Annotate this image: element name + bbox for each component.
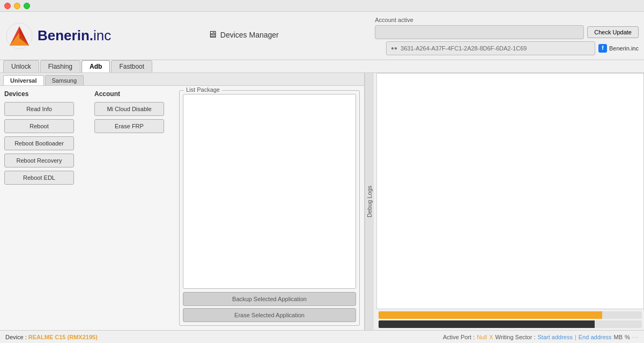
debug-logs-wrapper: Debug Logs (365, 73, 644, 309)
fb-row: ●● 3631-A264-A37F-4FC1-2A28-8D6F-6DA2-1C… (386, 41, 639, 55)
mb-label: MB (614, 334, 623, 340)
adb-content: Devices Read Info Reboot Reboot Bootload… (0, 86, 364, 330)
backup-selected-application-button[interactable]: Backup Selected Application (183, 292, 356, 306)
active-port-value: Null (477, 334, 487, 340)
progress-bar-dark-container (379, 320, 642, 328)
device-id-text: 3631-A264-A37F-4FC1-2A28-8D6F-6DA2-1C69 (401, 45, 527, 52)
status-device: Device : REALME C15 (RMX2195) (5, 334, 98, 340)
progress-bar-dark (379, 320, 595, 328)
device-name: REALME C15 (RMX2195) (28, 334, 98, 340)
device-id-box: ●● 3631-A264-A37F-4FC1-2A28-8D6F-6DA2-1C… (386, 41, 595, 55)
list-package-section: List Package Backup Selected Application… (179, 90, 360, 326)
left-panel: Universal Samsung Devices Read Info Rebo… (0, 73, 365, 330)
logo-text: Benerin.inc (38, 27, 111, 44)
start-address-link[interactable]: Start address (538, 334, 573, 340)
logo-icon (5, 22, 33, 50)
app-window: Benerin.inc 🖥 Devices Manager Account ac… (0, 12, 644, 343)
tab-unlock[interactable]: Unlock (3, 60, 39, 72)
debug-logs-label: Debug Logs (365, 73, 374, 309)
devices-title: Devices (4, 90, 90, 98)
devices-section: Devices Read Info Reboot Reboot Bootload… (4, 90, 90, 326)
progress-bar-orange (379, 311, 602, 319)
check-update-button[interactable]: Check Update (587, 26, 639, 38)
device-label: Device : (5, 334, 27, 340)
list-package-group: List Package Backup Selected Application… (179, 90, 360, 326)
list-package-title: List Package (184, 86, 222, 93)
header-center: 🖥 Devices Manager (203, 27, 283, 45)
writing-sector-label: Writing Sector : (495, 334, 536, 340)
right-panel: Debug Logs (365, 73, 644, 330)
sub-tab-bar: Universal Samsung (0, 73, 364, 86)
close-button[interactable] (4, 3, 11, 9)
account-active-label: Account active (375, 17, 413, 23)
account-section: Account Mi Cloud Disable Erase FRP (94, 90, 175, 326)
devices-manager-label: Devices Manager (220, 31, 279, 39)
reboot-edl-button[interactable]: Reboot EDL (4, 171, 74, 185)
content-area: Universal Samsung Devices Read Info Rebo… (0, 73, 644, 330)
maximize-button[interactable] (24, 3, 30, 9)
mi-cloud-disable-button[interactable]: Mi Cloud Disable (94, 102, 164, 116)
account-row: Check Update (375, 25, 639, 39)
fb-brand: f Benerin.inc (598, 44, 639, 53)
debug-logs-content[interactable] (376, 73, 644, 309)
active-port-x: X (489, 334, 493, 340)
devices-manager-button[interactable]: 🖥 Devices Manager (203, 27, 283, 42)
tab-flashing[interactable]: Flashing (40, 60, 80, 72)
header: Benerin.inc 🖥 Devices Manager Account ac… (0, 12, 644, 60)
monitor-icon: 🖥 (208, 29, 217, 40)
reboot-recovery-button[interactable]: Reboot Recovery (4, 154, 74, 167)
sub-tab-universal[interactable]: Universal (3, 75, 44, 85)
list-package-box[interactable] (183, 94, 356, 289)
percent-label: % (625, 334, 630, 340)
erase-frp-button[interactable]: Erase FRP (94, 119, 164, 133)
header-left: Benerin.inc (5, 22, 111, 50)
progress-area (376, 309, 644, 330)
pipe-separator: | (575, 334, 576, 340)
erase-selected-application-button[interactable]: Erase Selected Application (183, 308, 356, 322)
reboot-button[interactable]: Reboot (4, 119, 74, 133)
tab-adb[interactable]: Adb (82, 60, 110, 72)
title-bar (0, 0, 644, 12)
reboot-bootloader-button[interactable]: Reboot Bootloader (4, 136, 74, 150)
status-dots: ··· (632, 334, 639, 340)
account-id-box (375, 25, 584, 39)
package-actions: Backup Selected Application Erase Select… (183, 292, 356, 322)
minimize-button[interactable] (14, 3, 20, 9)
status-bar: Device : REALME C15 (RMX2195) Active Por… (0, 330, 644, 343)
read-info-button[interactable]: Read Info (4, 102, 74, 116)
status-right: Active Port : Null X Writing Sector : St… (443, 334, 639, 340)
header-right: Account active Check Update ●● 3631-A264… (375, 17, 639, 55)
tab-bar: Unlock Flashing Adb Fastboot (0, 60, 644, 73)
tab-fastboot[interactable]: Fastboot (111, 60, 152, 72)
account-title: Account (94, 90, 175, 98)
active-port-label: Active Port : (443, 334, 475, 340)
facebook-icon: f (598, 44, 607, 53)
brand-name: Benerin.inc (609, 45, 639, 52)
sub-tab-samsung[interactable]: Samsung (45, 75, 84, 85)
end-address-link[interactable]: End address (579, 334, 612, 340)
progress-bar-orange-container (379, 311, 642, 319)
